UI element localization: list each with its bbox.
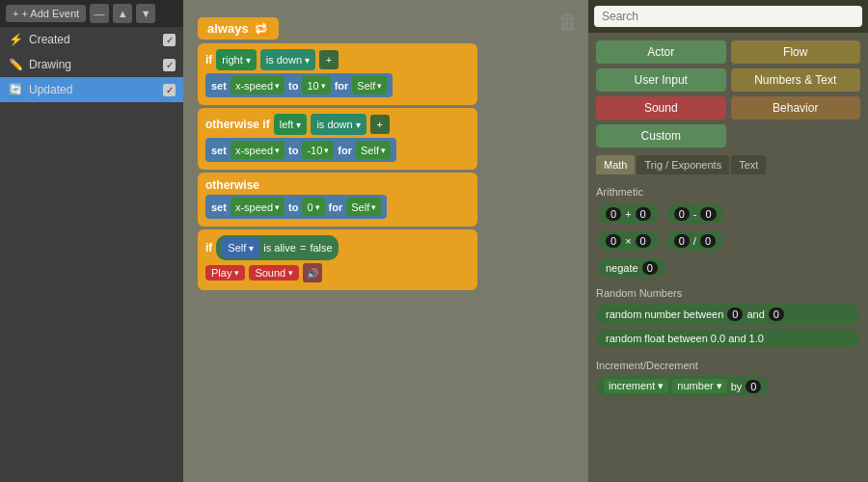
val-dropdown-2[interactable]: -10: [302, 141, 334, 159]
right-dropdown[interactable]: right: [216, 49, 256, 70]
is-alive-text: is alive: [263, 242, 296, 254]
drawing-icon: ✏️: [8, 57, 23, 72]
is-down-dropdown-1[interactable]: is down: [260, 49, 315, 70]
created-checkbox[interactable]: [163, 34, 176, 46]
for-kw-1: for: [335, 80, 349, 92]
random-int-block[interactable]: random number between 0 and 0: [596, 304, 860, 325]
subtract-block[interactable]: 0 - 0: [666, 204, 724, 224]
multiply-block[interactable]: 0 × 0: [598, 231, 659, 251]
xspeed-dropdown-3[interactable]: x-speed: [231, 198, 285, 216]
collapse-button[interactable]: —: [90, 4, 109, 23]
left-dropdown[interactable]: left: [274, 114, 308, 135]
if-block-1: if right is down + set x-speed to 10 for…: [198, 43, 477, 105]
down-button[interactable]: ▼: [136, 4, 155, 23]
search-input[interactable]: [594, 6, 862, 27]
always-block[interactable]: always 🔁: [198, 17, 279, 40]
increment-dropdown[interactable]: increment ▾: [604, 379, 668, 393]
arithmetic-row-1: 0 + 0 0 - 0: [596, 202, 860, 226]
sidebar: + + Add Event — ▲ ▼ ⚡ Created ✏️ Drawing…: [0, 0, 183, 482]
tab-text[interactable]: Text: [731, 155, 766, 174]
sidebar-item-label-created: Created: [29, 33, 157, 46]
play-dropdown[interactable]: Play: [205, 265, 245, 281]
if-row-2: if Self is alive = false: [205, 235, 470, 260]
to-kw-1: to: [288, 80, 298, 92]
always-label-text: always: [207, 21, 249, 36]
xspeed-dropdown-2[interactable]: x-speed: [231, 141, 285, 159]
up-button[interactable]: ▲: [113, 4, 132, 23]
for-kw-2: for: [338, 145, 352, 156]
set-row-3: set x-speed to 0 for Self: [205, 195, 387, 219]
play-row: Play Sound 🔊: [205, 263, 470, 282]
actor-dropdown-3[interactable]: Self: [346, 198, 381, 216]
sidebar-item-label-updated: Updated: [29, 83, 157, 96]
add-event-button[interactable]: + + Add Event: [6, 5, 86, 22]
sidebar-item-label-drawing: Drawing: [29, 58, 157, 71]
for-kw-3: for: [329, 201, 343, 213]
cat-flow-button[interactable]: Flow: [731, 40, 861, 64]
xspeed-dropdown-1[interactable]: x-speed: [231, 76, 285, 94]
category-grid: Actor Flow User Input Numbers & Text Sou…: [588, 33, 868, 155]
tab-trig[interactable]: Trig / Exponents: [637, 155, 729, 174]
is-down-dropdown-2[interactable]: is down: [311, 114, 366, 135]
cat-actor-button[interactable]: Actor: [596, 40, 726, 64]
cat-custom-button[interactable]: Custom: [596, 124, 726, 147]
actor-dropdown-2[interactable]: Self: [356, 141, 391, 159]
add-block[interactable]: 0 + 0: [598, 204, 659, 224]
otherwise-if-block: otherwise if left is down + set x-speed …: [198, 108, 477, 170]
otherwise-row: otherwise: [205, 178, 470, 192]
val-dropdown-3[interactable]: 0: [302, 198, 324, 216]
canvas: 🗑 always 🔁 if right is down + set x-spee…: [183, 0, 588, 482]
otherwise-if-row: otherwise if left is down +: [205, 114, 470, 135]
sidebar-item-drawing[interactable]: ✏️ Drawing: [0, 52, 183, 77]
increment-row: increment ▾ number ▾ by 0: [596, 376, 860, 396]
cat-behavior-button[interactable]: Behavior: [731, 96, 861, 120]
if-row-1: if right is down +: [205, 49, 470, 70]
arithmetic-title: Arithmetic: [596, 186, 860, 198]
trash-icon[interactable]: 🗑: [557, 10, 579, 35]
volume-button[interactable]: 🔊: [303, 263, 322, 282]
condition-row: Self is alive = false: [216, 235, 338, 260]
set-kw-2: set: [211, 145, 227, 156]
if-kw-2: if: [205, 241, 212, 254]
sidebar-item-created[interactable]: ⚡ Created: [0, 27, 183, 52]
if-options-1[interactable]: +: [319, 50, 339, 69]
negate-block[interactable]: negate 0: [598, 258, 665, 278]
random-float-block[interactable]: random float between 0.0 and 1.0: [596, 329, 860, 348]
self-dropdown[interactable]: Self: [222, 237, 259, 258]
otherwise-if-options[interactable]: +: [370, 115, 390, 134]
drawing-checkbox[interactable]: [163, 59, 176, 71]
tabs-row: Math Trig / Exponents Text: [588, 155, 868, 174]
negate-label: negate: [606, 262, 638, 274]
set-kw-3: set: [211, 201, 227, 213]
blocks-panel: Arithmetic 0 + 0 0 - 0 0 × 0 0 / 0: [588, 178, 868, 482]
updated-icon: 🔄: [8, 82, 23, 97]
cat-sound-button[interactable]: Sound: [596, 96, 726, 120]
otherwise-kw: otherwise: [205, 178, 259, 192]
created-icon: ⚡: [8, 32, 23, 47]
number-dropdown[interactable]: number ▾: [672, 379, 726, 393]
cat-numberstext-button[interactable]: Numbers & Text: [731, 68, 861, 92]
arithmetic-row-2: 0 × 0 0 / 0: [596, 229, 860, 253]
set-row-1: set x-speed to 10 for Self: [205, 73, 393, 97]
set-kw-1: set: [211, 80, 227, 92]
updated-checkbox[interactable]: [163, 84, 176, 96]
divide-block[interactable]: 0 / 0: [666, 231, 723, 251]
if-kw-1: if: [205, 53, 212, 67]
tab-math[interactable]: Math: [596, 155, 635, 174]
blocks-container: always 🔁 if right is down + set x-speed …: [198, 17, 477, 293]
if-block-2: if Self is alive = false Play Sound 🔊: [198, 229, 477, 290]
negate-row: negate 0: [596, 256, 860, 280]
always-icon: 🔁: [254, 21, 269, 36]
false-text: false: [310, 242, 332, 254]
right-panel: Actor Flow User Input Numbers & Text Sou…: [588, 0, 868, 482]
otherwise-if-kw: otherwise if: [205, 118, 270, 131]
actor-dropdown-1[interactable]: Self: [352, 76, 387, 94]
add-event-label: + Add Event: [21, 8, 79, 19]
to-kw-3: to: [288, 201, 298, 213]
cat-userinput-button[interactable]: User Input: [596, 68, 726, 92]
to-kw-2: to: [288, 145, 298, 156]
increment-block[interactable]: increment ▾ number ▾ by 0: [596, 376, 769, 396]
sidebar-item-updated[interactable]: 🔄 Updated: [0, 77, 183, 102]
val-dropdown-1[interactable]: 10: [302, 76, 330, 94]
sound-dropdown[interactable]: Sound: [249, 265, 299, 281]
